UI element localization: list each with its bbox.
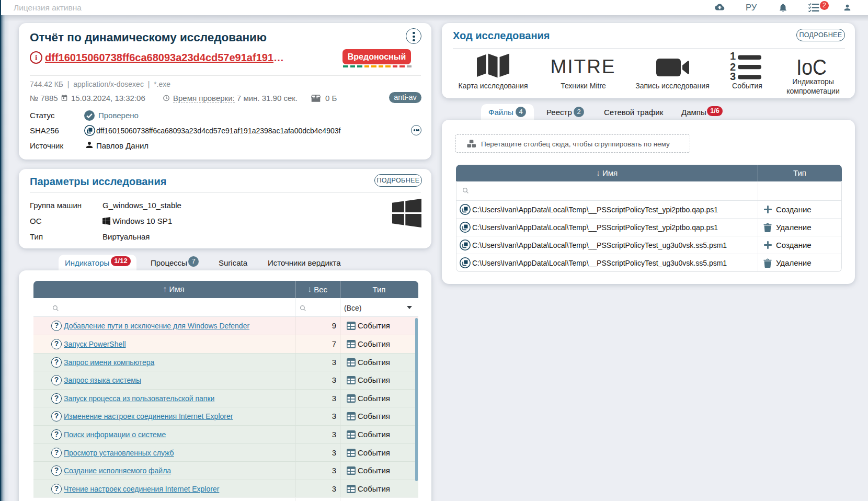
svg-text:3: 3: [730, 71, 736, 80]
